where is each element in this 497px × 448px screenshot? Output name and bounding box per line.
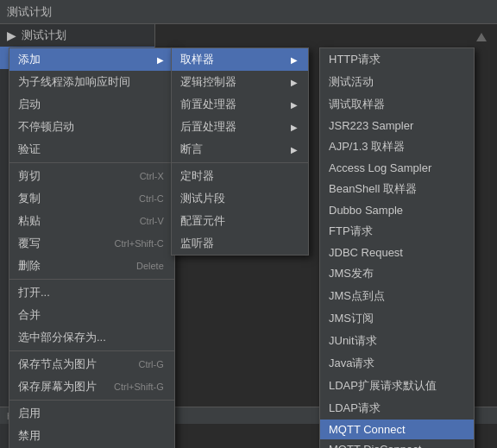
- ctx-item-paste-shortcut: Ctrl-V: [140, 216, 164, 226]
- ctx-item-delete-label: 删除: [18, 258, 41, 274]
- ctx-item-cut-label: 剪切: [18, 168, 41, 184]
- sampler-debug-label: 调试取样器: [329, 97, 385, 112]
- sampler-java-label: Java请求: [329, 356, 374, 371]
- top-bar: 测试计划: [0, 0, 497, 24]
- sampler-jms-pub-label: JMS发布: [329, 266, 374, 281]
- ctx-item-cut[interactable]: 剪切 Ctrl-X: [9, 165, 174, 187]
- ctx-item-add[interactable]: 添加 ▶: [9, 48, 174, 71]
- submenu-add-pre-arrow: ▶: [291, 100, 298, 110]
- ctx-item-disable-label: 禁用: [18, 428, 41, 444]
- ctx-item-paste-label: 粘贴: [18, 213, 41, 229]
- sampler-access-log[interactable]: Access Log Sampler: [320, 158, 474, 178]
- sampler-mqtt-connect-label: MQTT Connect: [329, 423, 406, 436]
- context-menu: 添加 ▶ 为子线程添加响应时间 启动 不停顿启动 验证 剪切 Ctrl-X 复制…: [9, 47, 175, 448]
- ctx-item-open[interactable]: 打开...: [9, 281, 174, 304]
- submenu-add: 取样器 ▶ 逻辑控制器 ▶ 前置处理器 ▶ 后置处理器 ▶ 断言 ▶ 定时器 测…: [171, 47, 309, 256]
- ctx-item-copy[interactable]: 复制 Ctrl-C: [9, 187, 174, 210]
- sampler-mqtt-connect[interactable]: MQTT Connect: [320, 420, 474, 439]
- submenu-add-logic-label: 逻辑控制器: [180, 74, 236, 90]
- submenu-add-fragment-label: 测试片段: [180, 191, 225, 206]
- app-title: 测试计划: [7, 4, 52, 20]
- ctx-item-overwrite-shortcut: Ctrl+Shift-C: [115, 238, 164, 249]
- sampler-ftp[interactable]: FTP请求: [320, 220, 474, 243]
- ctx-item-overwrite-label: 覆写: [18, 236, 41, 251]
- sampler-ldap-ext[interactable]: LDAP扩展请求默认值: [320, 375, 474, 397]
- ctx-item-copy-shortcut: Ctrl-C: [139, 193, 164, 204]
- sampler-debug[interactable]: 调试取样器: [320, 93, 474, 116]
- submenu-add-listener[interactable]: 监听器: [172, 232, 308, 255]
- sampler-ajp-label: AJP/1.3 取样器: [329, 139, 405, 155]
- submenu-add-post-label: 后置处理器: [180, 119, 236, 135]
- sep4: [9, 400, 174, 401]
- ctx-item-verify[interactable]: 验证: [9, 138, 174, 161]
- submenu-add-assert-label: 断言: [180, 142, 203, 157]
- ctx-item-merge-label: 合并: [18, 307, 41, 323]
- sampler-dubbo-label: Dubbo Sample: [329, 204, 403, 217]
- submenu-add-post[interactable]: 后置处理器 ▶: [172, 116, 308, 138]
- sampler-jms-p2p-label: JMS点到点: [329, 288, 385, 304]
- sampler-jms-p2p[interactable]: JMS点到点: [320, 285, 474, 307]
- sampler-java[interactable]: Java请求: [320, 352, 474, 375]
- sampler-ldap[interactable]: LDAP请求: [320, 397, 474, 420]
- sampler-ldap-ext-label: LDAP扩展请求默认值: [329, 378, 437, 394]
- submenu-add-timer[interactable]: 定时器: [172, 165, 308, 187]
- submenu-add-config[interactable]: 配置元件: [172, 210, 308, 232]
- ctx-item-savescreen[interactable]: 保存屏幕为图片 Ctrl+Shift-G: [9, 375, 174, 398]
- sampler-test-action[interactable]: 测试活动: [320, 71, 474, 93]
- ctx-item-saveas[interactable]: 选中部分保存为...: [9, 326, 174, 349]
- ctx-item-delete[interactable]: 删除 Delete: [9, 255, 174, 277]
- submenu-add-assert[interactable]: 断言 ▶: [172, 138, 308, 161]
- ctx-item-disable[interactable]: 禁用: [9, 425, 174, 447]
- sampler-jsr223-label: JSR223 Sampler: [329, 119, 413, 132]
- sampler-ajp[interactable]: AJP/1.3 取样器: [320, 136, 474, 158]
- submenu-add-sampler-arrow: ▶: [291, 55, 298, 65]
- tree-item-plan[interactable]: ▶ 测试计划: [0, 24, 154, 47]
- sampler-dubbo[interactable]: Dubbo Sample: [320, 200, 474, 220]
- ctx-item-start-label: 启动: [18, 97, 41, 112]
- sampler-ftp-label: FTP请求: [329, 224, 373, 239]
- ctx-item-savescreen-label: 保存屏幕为图片: [18, 379, 97, 394]
- sampler-beanshell-label: BeanShell 取样器: [329, 181, 417, 197]
- submenu-sep1: [172, 162, 308, 163]
- submenu-add-fragment[interactable]: 测试片段: [172, 187, 308, 210]
- sampler-access-log-label: Access Log Sampler: [329, 161, 431, 174]
- submenu-add-pre[interactable]: 前置处理器 ▶: [172, 93, 308, 116]
- submenu-add-sampler[interactable]: 取样器 ▶: [172, 48, 308, 71]
- tree-item-plan-label: 测试计划: [22, 28, 66, 43]
- submenu-add-assert-arrow: ▶: [291, 145, 298, 155]
- sep2: [9, 279, 174, 280]
- sort-icon: [476, 33, 487, 41]
- submenu-add-sampler-label: 取样器: [180, 52, 214, 67]
- sampler-jdbc[interactable]: JDBC Request: [320, 243, 474, 262]
- sampler-jsr223[interactable]: JSR223 Sampler: [320, 116, 474, 136]
- sampler-test-action-label: 测试活动: [329, 74, 374, 90]
- ctx-item-addtime[interactable]: 为子线程添加响应时间: [9, 71, 174, 93]
- sep1: [9, 162, 174, 163]
- submenu-add-logic[interactable]: 逻辑控制器 ▶: [172, 71, 308, 93]
- submenu-sampler: HTTP请求 测试活动 调试取样器 JSR223 Sampler AJP/1.3…: [319, 47, 475, 448]
- sampler-junit[interactable]: JUnit请求: [320, 330, 474, 352]
- sampler-http[interactable]: HTTP请求: [320, 48, 474, 71]
- ctx-item-start[interactable]: 启动: [9, 93, 174, 116]
- ctx-item-savenode-shortcut: Ctrl-G: [138, 359, 163, 369]
- submenu-add-config-label: 配置元件: [180, 213, 225, 229]
- main-area: 测试计划 ▶ 测试计划 ⚙ 线程组 添加 ▶ 为子线程添加响应时间 启动 不停顿…: [0, 0, 497, 424]
- submenu-add-timer-label: 定时器: [180, 168, 214, 184]
- sampler-beanshell[interactable]: BeanShell 取样器: [320, 178, 474, 200]
- sampler-http-label: HTTP请求: [329, 52, 381, 67]
- ctx-item-copy-label: 复制: [18, 191, 41, 206]
- ctx-item-merge[interactable]: 合并: [9, 304, 174, 326]
- sampler-jms-pub[interactable]: JMS发布: [320, 262, 474, 285]
- ctx-item-overwrite[interactable]: 覆写 Ctrl+Shift-C: [9, 232, 174, 255]
- ctx-item-nostart[interactable]: 不停顿启动: [9, 116, 174, 138]
- ctx-item-enable[interactable]: 启用: [9, 402, 174, 425]
- ctx-item-paste[interactable]: 粘贴 Ctrl-V: [9, 210, 174, 232]
- ctx-item-saveas-label: 选中部分保存为...: [18, 330, 106, 345]
- ctx-item-nostart-label: 不停顿启动: [18, 119, 74, 135]
- sampler-mqtt-disconnect[interactable]: MQTT DisConnect: [320, 439, 474, 448]
- sampler-jms-sub[interactable]: JMS订阅: [320, 307, 474, 330]
- ctx-item-savenode[interactable]: 保存节点为图片 Ctrl-G: [9, 353, 174, 375]
- ctx-item-savenode-label: 保存节点为图片: [18, 357, 97, 372]
- ctx-item-cut-shortcut: Ctrl-X: [140, 171, 164, 181]
- submenu-add-post-arrow: ▶: [291, 123, 298, 132]
